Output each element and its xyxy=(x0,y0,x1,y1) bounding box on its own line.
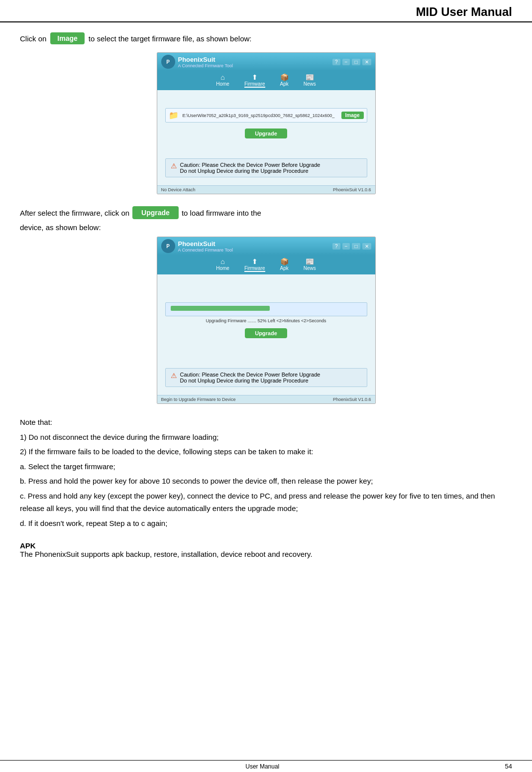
upgrade-button-inline[interactable]: Upgrade xyxy=(132,206,179,219)
sc2-caution-icon: ⚠ xyxy=(171,372,177,380)
sc2-max-btn[interactable]: □ xyxy=(352,243,360,250)
sc1-home-icon: ⌂ xyxy=(216,73,229,81)
page-header: MID User Manual xyxy=(0,0,532,22)
sc1-help-btn[interactable]: ? xyxy=(332,59,340,65)
sc2-help-btn[interactable]: ? xyxy=(332,243,340,250)
sc1-nav-home[interactable]: ⌂ Home xyxy=(216,73,229,88)
sc2-footer: Begin to Upgrade Firmware to Device Phoe… xyxy=(157,395,375,403)
sc1-footer-left: No Device Attach xyxy=(161,187,196,192)
page-footer: User Manual 54 xyxy=(0,760,532,772)
apk-section: APK The PhonenixSuit supports apk backup… xyxy=(20,541,512,558)
sc2-logo: P xyxy=(161,239,175,253)
sc1-app-name: PhoenixSuit xyxy=(178,56,233,63)
sc1-app-subtitle: A Connected Firmware Tool xyxy=(178,63,233,68)
sc1-file-path: E:\UserWite7052_a20k1p3_9169_sp2519pcd30… xyxy=(183,113,337,118)
notes-item-1: 2) If the firmware fails to be loaded to… xyxy=(20,445,512,458)
sc2-home-icon: ⌂ xyxy=(216,257,229,265)
sc1-nav: ⌂ Home ⬆ Firmware 📦 Apk 📰 News xyxy=(157,71,375,90)
sc1-image-btn[interactable]: Image xyxy=(341,112,364,119)
after-select-text: After select the firmware, click on xyxy=(20,209,129,217)
sc1-news-icon: 📰 xyxy=(304,73,316,81)
sc1-logo: P xyxy=(161,55,175,69)
sc2-nav-apk[interactable]: 📦 Apk xyxy=(280,257,289,272)
sc1-apk-icon: 📦 xyxy=(280,73,289,81)
page-number: 54 xyxy=(505,763,512,770)
screenshot-2: P PhoenixSuit A Connected Firmware Tool … xyxy=(157,237,376,404)
notes-item-0: 1) Do not disconnect the device during t… xyxy=(20,431,512,444)
sc2-app-name: PhoenixSuit xyxy=(178,240,233,248)
sc1-close-btn[interactable]: ✕ xyxy=(362,59,371,65)
sc2-nav: ⌂ Home ⬆ Firmware 📦 Apk 📰 News xyxy=(157,255,375,274)
sc2-close-btn[interactable]: ✕ xyxy=(362,243,371,250)
sc1-min-btn[interactable]: − xyxy=(342,59,350,65)
notes-item-2: a. Select the target firmware; xyxy=(20,460,512,473)
sc2-titlebar: P PhoenixSuit A Connected Firmware Tool … xyxy=(157,237,375,255)
screenshot-1: P PhoenixSuit A Connected Firmware Tool … xyxy=(157,52,376,194)
sc2-body: Upgrading Firmware ....... 52% Left <2>M… xyxy=(157,274,375,395)
sc1-titlebar-left: P PhoenixSuit A Connected Firmware Tool xyxy=(161,55,233,69)
sc2-app-info: PhoenixSuit A Connected Firmware Tool xyxy=(178,240,233,253)
footer-center: User Manual xyxy=(245,763,279,770)
sc1-caution-box: ⚠ Caution: Please Check the Device Power… xyxy=(165,158,367,177)
sc1-file-row: 📁 E:\UserWite7052_a20k1p3_9169_sp2519pcd… xyxy=(165,108,367,123)
sc2-nav-firmware[interactable]: ⬆ Firmware xyxy=(244,257,265,272)
sc2-news-icon: 📰 xyxy=(304,257,316,265)
sc1-nav-firmware[interactable]: ⬆ Firmware xyxy=(244,73,265,88)
sc2-progress-bar xyxy=(171,306,270,311)
sc2-upgrade-btn[interactable]: Upgrade xyxy=(245,328,287,338)
after-select-line: After select the firmware, click on Upgr… xyxy=(20,206,512,219)
sc1-body: 📁 E:\UserWite7052_a20k1p3_9169_sp2519pcd… xyxy=(157,90,375,185)
sc1-caution-icon: ⚠ xyxy=(171,162,177,170)
notes-section: Note that: 1) Do not disconnect the devi… xyxy=(20,416,512,529)
sc2-firmware-icon: ⬆ xyxy=(244,257,265,265)
sc2-titlebar-left: P PhoenixSuit A Connected Firmware Tool xyxy=(161,239,233,253)
apk-description: The PhonenixSuit supports apk backup, re… xyxy=(20,550,512,558)
sc2-apk-icon: 📦 xyxy=(280,257,289,265)
sc2-caution-box: ⚠ Caution: Please Check the Device Power… xyxy=(165,368,367,387)
notes-item-4: c. Press and hold any key (except the po… xyxy=(20,490,512,515)
sc2-footer-left: Begin to Upgrade Firmware to Device xyxy=(161,397,236,402)
notes-item-3: b. Press and hold the power key for abov… xyxy=(20,475,512,488)
sc1-app-info: PhoenixSuit A Connected Firmware Tool xyxy=(178,56,233,68)
to-load-text: to load firmware into the xyxy=(182,209,261,217)
sc1-titlebar: P PhoenixSuit A Connected Firmware Tool … xyxy=(157,53,375,71)
sc1-footer-right: PhoenixSuit V1.0.6 xyxy=(333,187,371,192)
sc2-caution-text: Caution: Please Check the Device Power B… xyxy=(180,372,320,384)
device-shown-text: device, as shown below: xyxy=(20,223,512,232)
sc1-nav-news[interactable]: 📰 News xyxy=(304,73,316,88)
sc1-firmware-icon: ⬆ xyxy=(244,73,265,81)
intro-line: Click on Image to select the target firm… xyxy=(20,32,512,44)
sc1-caution-text: Caution: Please Check the Device Power B… xyxy=(180,162,320,174)
sc2-min-btn[interactable]: − xyxy=(342,243,350,250)
click-on-text: Click on xyxy=(20,34,46,43)
to-select-text: to select the target firmware file, as s… xyxy=(89,34,252,43)
apk-title: APK xyxy=(20,541,512,550)
sc1-max-btn[interactable]: □ xyxy=(352,59,360,65)
sc1-folder-icon: 📁 xyxy=(169,111,179,120)
sc2-nav-news[interactable]: 📰 News xyxy=(304,257,316,272)
sc2-window-controls: ? − □ ✕ xyxy=(332,243,371,250)
sc1-caution-inner: ⚠ Caution: Please Check the Device Power… xyxy=(171,162,362,174)
sc2-progress-label: Upgrading Firmware ....... 52% Left <2>M… xyxy=(165,318,367,323)
sc2-nav-home[interactable]: ⌂ Home xyxy=(216,257,229,272)
notes-item-5: d. If it doesn't work, repeat Step a to … xyxy=(20,517,512,530)
sc2-footer-right: PhoenixSuit V1.0.6 xyxy=(333,397,371,402)
sc2-caution-inner: ⚠ Caution: Please Check the Device Power… xyxy=(171,372,362,384)
sc2-app-subtitle: A Connected Firmware Tool xyxy=(178,248,233,253)
sc1-upgrade-btn[interactable]: Upgrade xyxy=(245,129,287,138)
sc1-nav-apk[interactable]: 📦 Apk xyxy=(280,73,289,88)
sc1-window-controls: ? − □ ✕ xyxy=(332,59,371,65)
page-title: MID User Manual xyxy=(416,5,512,18)
notes-title: Note that: xyxy=(20,416,512,429)
sc1-footer: No Device Attach PhoenixSuit V1.0.6 xyxy=(157,185,375,194)
image-button-inline[interactable]: Image xyxy=(50,32,84,44)
